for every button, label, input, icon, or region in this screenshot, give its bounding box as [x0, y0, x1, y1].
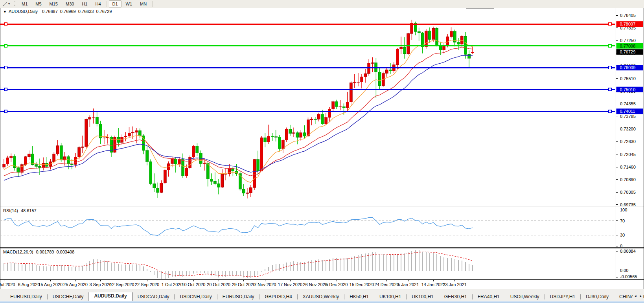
candle — [317, 114, 320, 119]
tab-scroll-right-icon[interactable]: ► — [639, 294, 642, 299]
tab-divider — [545, 294, 545, 299]
candle — [42, 163, 45, 167]
timeframe-button-d1[interactable]: D1 — [109, 0, 121, 7]
candle — [471, 52, 474, 53]
candle — [289, 129, 292, 133]
rsi-value: 48.6157 — [21, 208, 37, 213]
candle — [92, 117, 95, 118]
candle — [443, 46, 445, 50]
price-axis[interactable]: 0.784050.778350.772500.766650.760850.755… — [616, 13, 643, 279]
rsi-axis-label: 70 — [620, 219, 625, 223]
collapse-icon[interactable]: ▼ — [3, 10, 7, 14]
chart-tab-bar: EURUSD,DailyUSDCHF,DailyAUDUSD,DailyUSDC… — [0, 289, 644, 303]
line-handle[interactable] — [609, 44, 611, 47]
macd-name: MACD(12,26,9) — [3, 250, 33, 254]
candle — [428, 31, 431, 39]
line-handle[interactable] — [609, 66, 611, 69]
tab-scroll-left-icon[interactable]: ◄ — [634, 294, 637, 299]
candle — [182, 160, 184, 176]
chart-tab-usdjpy-h1[interactable]: USDJPY,H1 — [545, 293, 580, 301]
timeframe-button-h1[interactable]: H1 — [78, 0, 91, 7]
hline-price-tag-label: 0.77008 — [620, 44, 636, 48]
chart-tab-usdcnh-daily[interactable]: USDCNH,Daily — [175, 293, 216, 301]
line-handle[interactable] — [609, 23, 611, 26]
time-axis[interactable]: 28 Jul 20206 Aug 202015 Aug 202025 Aug 2… — [0, 280, 467, 287]
chart-tab-uk100-h1[interactable]: UK100,H1 — [407, 293, 438, 301]
candle — [138, 130, 141, 136]
price-tick-label: 0.71460 — [620, 165, 636, 169]
line-handle[interactable] — [609, 110, 611, 113]
candle — [314, 119, 316, 119]
date-tick-label: 14 Jan 2021 — [421, 282, 445, 287]
candle — [249, 187, 252, 193]
chart-canvas[interactable]: 0.784050.778350.772500.766650.760850.755… — [0, 0, 644, 303]
timeframe-button-m15[interactable]: M15 — [46, 0, 61, 7]
timeframe-button-w1[interactable]: W1 — [122, 0, 136, 7]
line-handle[interactable] — [4, 44, 7, 47]
timeframe-button-mn[interactable]: MN — [136, 0, 150, 7]
candle — [88, 118, 91, 119]
timeframe-button-m30[interactable]: M30 — [62, 0, 77, 7]
line-handle[interactable] — [4, 23, 7, 26]
line-handle[interactable] — [4, 66, 7, 69]
candle — [425, 31, 427, 47]
candle — [274, 137, 277, 137]
chart-tab-usdcad-daily[interactable]: USDCAD,Daily — [133, 293, 174, 301]
chart-tab-uk100-h1[interactable]: UK100,H1 — [375, 293, 406, 301]
candle — [264, 138, 267, 142]
candle — [282, 140, 284, 149]
chart-tab-xauusd-weekly[interactable]: XAUUSD,Weekly — [298, 293, 344, 301]
date-tick-label: 28 Jul 2020 — [0, 282, 15, 287]
tab-divider — [174, 294, 175, 299]
chart-tab-dj30-daily[interactable]: DJ30,Daily — [581, 293, 613, 301]
candle — [135, 130, 138, 132]
line-handle[interactable] — [609, 88, 611, 91]
candle — [353, 82, 356, 83]
candle — [81, 147, 84, 147]
macd-axis-label: 0.00884 — [620, 249, 636, 253]
chart-tab-hk50-h1[interactable]: HK50,H1 — [345, 293, 374, 301]
candle — [217, 184, 220, 187]
timeframe-button-h4[interactable]: H4 — [92, 0, 104, 7]
chart-tab-fra40-h1[interactable]: FRA40,H1 — [473, 293, 504, 301]
date-tick-label: 24 Dec 2020 — [375, 282, 399, 287]
mt4-window: ▾ M1M5M15M30H1H4D1W1MN 0.784050.778350.7… — [0, 0, 644, 303]
candle — [410, 23, 413, 34]
rsi-line — [4, 217, 473, 235]
chart-tab-eurusd-daily[interactable]: EURUSD,Daily — [6, 293, 47, 301]
candle — [39, 166, 41, 167]
candle — [464, 36, 467, 54]
candle — [436, 28, 438, 45]
candle — [121, 137, 123, 142]
chart-tab-usdchf-daily[interactable]: USDCHF,Daily — [48, 293, 88, 301]
chart-tab-gbpusd-h4[interactable]: GBPUSD,H4 — [260, 293, 296, 301]
line-handle[interactable] — [4, 110, 7, 113]
rsi-name: RSI(14) — [3, 208, 18, 213]
chart-tab-eurusd-daily[interactable]: EURUSD,Daily — [218, 293, 259, 301]
price-tick-label: 0.70890 — [620, 177, 636, 182]
line-handle[interactable] — [4, 88, 7, 91]
timeframe-button-m5[interactable]: M5 — [32, 0, 45, 7]
chart-tab-ger30-h1[interactable]: GER30,H1 — [440, 293, 472, 301]
candle — [131, 132, 134, 133]
candle — [303, 133, 306, 136]
timeframe-button-m1[interactable]: M1 — [18, 0, 31, 7]
candle — [196, 146, 199, 153]
toolbar-separator — [152, 1, 153, 7]
candle — [60, 146, 63, 160]
candle — [221, 174, 224, 187]
date-tick-label: 29 Oct 2020 — [232, 282, 256, 287]
macd-axis-label: 0.00 — [620, 268, 628, 273]
chart-tab-usoil-weekly[interactable]: USOil,Weekly — [506, 293, 544, 301]
tab-divider — [297, 294, 298, 299]
candle — [339, 107, 342, 107]
toolbar-drag-handle[interactable] — [14, 2, 15, 6]
candle — [128, 133, 131, 136]
current-price-tag-label: 0.76729 — [620, 50, 636, 54]
cursor-tool-button[interactable]: ▾ — [0, 0, 12, 7]
chart-tab-audusd-daily[interactable]: AUDUSD,Daily — [88, 292, 132, 301]
candle — [350, 83, 352, 102]
candle — [307, 120, 309, 136]
candle — [246, 193, 248, 193]
candle — [242, 189, 245, 193]
